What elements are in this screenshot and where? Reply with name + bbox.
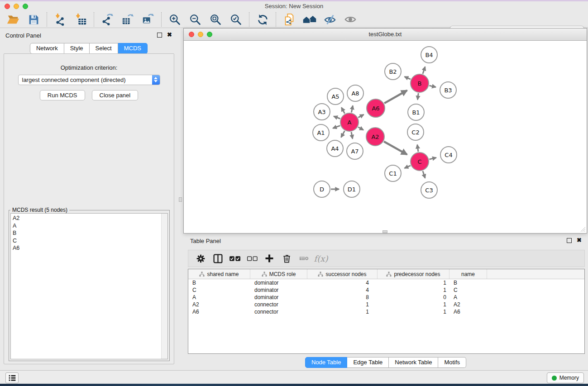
node-A5[interactable]: A5 [327, 88, 344, 105]
hide-selected-icon[interactable] [323, 13, 337, 26]
tab-network[interactable]: Network [30, 43, 64, 54]
edge-B-to-B4[interactable] [423, 67, 425, 74]
clone-network-icon[interactable] [282, 13, 296, 26]
node-B2[interactable]: B2 [384, 63, 402, 80]
table-row[interactable]: Bdominator41B [188, 279, 584, 286]
table-row[interactable]: Cdominator41C [188, 286, 584, 294]
resize-grip-icon[interactable] [580, 227, 586, 232]
table-cell[interactable]: 1 [378, 286, 449, 294]
tab-network-table[interactable]: Network Table [389, 357, 438, 368]
float-panel-icon[interactable] [157, 33, 162, 38]
zoom-fit-icon[interactable] [209, 13, 222, 26]
zoom-selected-icon[interactable] [229, 13, 243, 26]
column-header-name[interactable]: name [449, 269, 487, 279]
add-column-icon[interactable] [261, 252, 278, 265]
edge-A-to-A2[interactable] [358, 127, 363, 130]
scrollbar-track[interactable] [161, 214, 167, 359]
table-cell[interactable]: dominator [250, 279, 307, 286]
mcds-result-item[interactable]: A [11, 222, 167, 230]
mcds-result-item[interactable]: C [11, 237, 167, 245]
close-table-panel-icon[interactable]: ✖ [577, 238, 582, 243]
edge-C-to-C4[interactable] [429, 157, 436, 159]
minimize-window-button[interactable] [14, 4, 19, 9]
edge-A-to-A8[interactable] [351, 105, 353, 112]
edge-B-to-B2[interactable] [405, 76, 411, 79]
horizontal-splitter-handle[interactable] [382, 230, 387, 233]
tab-style[interactable]: Style [64, 43, 90, 54]
close-panel-button[interactable]: Close panel [92, 90, 139, 100]
table-cell[interactable]: dominator [250, 294, 307, 301]
table-cell[interactable]: 4 [307, 279, 378, 286]
mcds-result-item[interactable]: B [11, 229, 167, 237]
import-network-icon[interactable] [53, 13, 67, 26]
network-minimize-button[interactable] [198, 32, 203, 37]
tab-node-table[interactable]: Node Table [305, 357, 348, 368]
table-cell[interactable]: 1 [378, 308, 449, 315]
first-neighbors-icon[interactable] [303, 13, 316, 26]
refresh-layout-icon[interactable] [256, 13, 269, 26]
node-B3[interactable]: B3 [440, 81, 457, 99]
node-C3[interactable]: C3 [421, 181, 438, 199]
export-network-icon[interactable] [100, 13, 114, 26]
table-cell[interactable]: B [188, 279, 250, 286]
table-cell[interactable]: 1 [307, 308, 378, 315]
criterion-select[interactable]: largest connected component (directed) [18, 75, 160, 85]
tab-mcds[interactable]: MCDS [118, 43, 148, 54]
vertical-splitter-handle[interactable] [179, 197, 182, 202]
close-window-button[interactable] [5, 4, 10, 9]
table-cell[interactable]: dominator [250, 286, 307, 294]
edge-B-to-B1[interactable] [417, 93, 418, 100]
node-B1[interactable]: B1 [407, 104, 425, 121]
select-all-checkboxes-icon[interactable] [226, 252, 244, 265]
show-all-icon[interactable] [344, 13, 357, 26]
memory-button[interactable]: Memory [547, 372, 584, 383]
node-A3[interactable]: A3 [313, 103, 330, 120]
table-cell[interactable]: 1 [378, 301, 449, 308]
table-cell[interactable]: A [188, 294, 250, 301]
node-A2[interactable]: A2 [366, 127, 385, 146]
table-row[interactable]: Adominator80A [188, 294, 584, 301]
table-cell[interactable]: connector [250, 301, 307, 308]
column-header-MCDS-role[interactable]: MCDS role [250, 269, 307, 279]
table-cell[interactable]: A6 [188, 308, 250, 315]
node-A8[interactable]: A8 [347, 85, 364, 102]
table-cell[interactable]: 4 [307, 286, 378, 294]
export-table-icon[interactable] [121, 13, 134, 26]
edge-A-to-A6[interactable] [358, 114, 363, 117]
node-A6[interactable]: A6 [366, 99, 385, 118]
edge-C-to-C3[interactable] [423, 171, 425, 178]
mcds-result-item[interactable]: A2 [11, 214, 167, 222]
table-row[interactable]: A2connector11A2 [188, 301, 584, 308]
select-stepper-icon[interactable] [152, 75, 160, 85]
table-cell[interactable]: 0 [378, 294, 449, 301]
node-B4[interactable]: B4 [421, 46, 438, 63]
node-C4[interactable]: C4 [440, 146, 457, 163]
run-mcds-button[interactable]: Run MCDS [40, 90, 85, 100]
tab-edge-table[interactable]: Edge Table [347, 357, 389, 368]
edge-A-to-A4[interactable] [341, 131, 345, 137]
table-cell[interactable]: 8 [307, 294, 378, 301]
edge-A2-to-C[interactable] [384, 142, 407, 155]
save-session-icon[interactable] [27, 13, 40, 26]
column-header-successor-nodes[interactable]: successor nodes [307, 269, 378, 279]
node-B[interactable]: B [410, 74, 429, 93]
node-A7[interactable]: A7 [346, 143, 363, 160]
table-cell[interactable]: connector [250, 308, 307, 315]
show-panels-button[interactable] [5, 372, 19, 383]
settings-icon[interactable] [192, 252, 209, 265]
import-table-icon[interactable] [74, 13, 87, 26]
node-C1[interactable]: C1 [384, 165, 402, 182]
table-cell[interactable]: C [449, 286, 487, 294]
node-A4[interactable]: A4 [326, 140, 344, 157]
edge-A-to-A3[interactable] [334, 116, 340, 119]
table-cell[interactable]: A6 [449, 308, 487, 315]
table-cell[interactable]: A2 [449, 301, 487, 308]
edge-A6-to-B[interactable] [384, 91, 407, 103]
edge-C-to-C1[interactable] [405, 166, 411, 168]
network-zoom-button[interactable] [207, 32, 212, 37]
delete-column-icon[interactable] [278, 252, 295, 265]
node-D1[interactable]: D1 [343, 181, 360, 198]
zoom-out-icon[interactable] [188, 13, 202, 26]
float-table-panel-icon[interactable] [567, 238, 572, 243]
network-close-button[interactable] [189, 32, 194, 37]
